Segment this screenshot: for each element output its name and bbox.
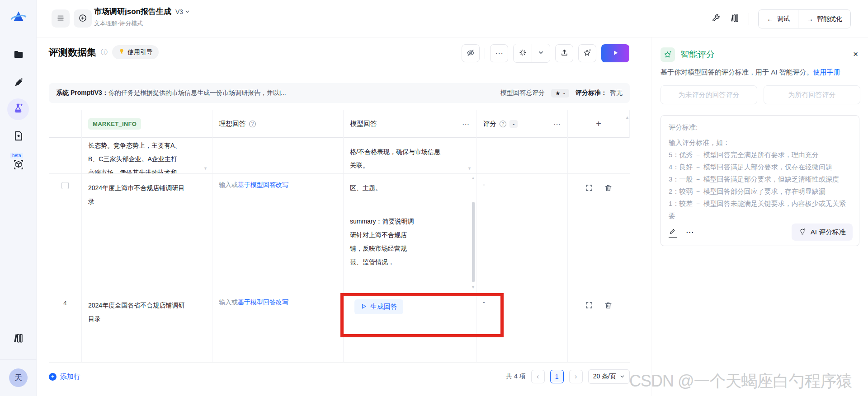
market-info-cell[interactable]: 长态势。竞争态势上，主要有A、 B、C三家头部企业。A企业主打 高端市场，凭借其… xyxy=(82,138,212,173)
next-page-button[interactable]: › xyxy=(569,370,583,383)
ideal-answer-cell[interactable] xyxy=(212,138,344,173)
hide-columns-button[interactable] xyxy=(462,44,480,62)
batch-generate-button[interactable] xyxy=(514,44,532,62)
current-page-button[interactable]: 1 xyxy=(550,370,564,383)
model-answer-line: summary：简要说明调 xyxy=(350,214,429,228)
model-answer-cell[interactable]: 区、主题。 summary：简要说明调 研针对上海不合规店 铺，反映市场经营规 … xyxy=(344,174,476,291)
table-row-4[interactable]: 4 2024年度全国各省不合规店铺调研目录 输入或基于模型回答改写 生成回答 - xyxy=(49,291,630,363)
main-content: 评测数据集 ⓘ 使用引导 ⋯ xyxy=(37,37,651,396)
score-cell[interactable]: - xyxy=(476,174,568,291)
collapse-icon[interactable]: ▼ xyxy=(467,166,472,171)
app-logo[interactable] xyxy=(9,8,28,27)
run-evaluation-button[interactable] xyxy=(601,44,629,62)
manual-link[interactable]: 使用手册 xyxy=(813,68,840,76)
table-scroll-up-icon[interactable]: ▲ xyxy=(625,115,629,120)
model-answer-cell[interactable]: 生成回答 xyxy=(344,291,476,362)
header-score-cell: 评分 ? - ⋯ xyxy=(476,110,568,138)
version-label: V3 xyxy=(175,8,183,15)
model-answer-cell[interactable]: 格/不合格表现，确保与市场信息 关联。 ▼ xyxy=(344,138,476,173)
collapse-icon[interactable]: ▼ xyxy=(203,166,208,171)
sidebar-item-templates[interactable] xyxy=(0,130,37,143)
docs-button[interactable] xyxy=(730,13,740,24)
total-score-badge[interactable]: ★ - xyxy=(551,89,569,98)
close-panel-button[interactable]: × xyxy=(853,49,858,59)
more-actions-button[interactable]: ⋯ xyxy=(490,44,508,62)
new-item-button[interactable] xyxy=(74,9,92,28)
play-icon xyxy=(611,48,620,59)
dataset-toolbar: ⋯ xyxy=(462,44,629,63)
sidebar-item-sandbox[interactable] xyxy=(0,159,37,172)
user-avatar[interactable]: 天 xyxy=(9,368,28,387)
add-column-button[interactable]: + xyxy=(574,119,623,129)
score-column-menu-button[interactable]: ⋯ xyxy=(553,120,561,128)
total-count: 共 4 项 xyxy=(506,373,526,381)
cell-scroll-up-icon[interactable]: ▲ xyxy=(471,176,475,180)
batch-generate-dropdown[interactable] xyxy=(532,44,550,62)
criteria-line: 4：良好 － 模型回答满足大部分要求，仅存在轻微问题 xyxy=(669,161,851,173)
smart-score-panel: 智能评分 × 基于你对模型回答的评分标准，用于 AI 智能评分。使用手册 为未评… xyxy=(651,37,868,396)
criteria-value: 暂无 xyxy=(610,89,623,97)
sidebar-item-evaluation-active[interactable] xyxy=(7,98,29,120)
plus-circle-icon xyxy=(78,14,87,24)
add-row-button[interactable]: + 添加行 xyxy=(49,373,80,381)
criteria-line: 5：优秀 － 模型回答完全满足所有要求，理由充分 xyxy=(669,149,851,161)
criteria-more-button[interactable]: ⋯ xyxy=(686,228,694,237)
sidebar-item-library[interactable] xyxy=(0,332,37,345)
criteria-line: 1：较差 － 模型回答未能满足关键要求，内容极少或无关紧要 xyxy=(669,197,851,222)
score-cell[interactable]: - xyxy=(476,291,568,362)
generate-answer-button[interactable]: 生成回答 xyxy=(354,299,403,314)
ai-criteria-button[interactable]: AI 评分标准 xyxy=(792,224,853,241)
sidebar-item-prompt-tools[interactable] xyxy=(0,77,37,90)
generate-answer-label: 生成回答 xyxy=(370,303,397,311)
score-cell[interactable] xyxy=(476,138,568,173)
ideal-answer-cell[interactable]: 输入或基于模型回答改写 xyxy=(212,174,344,291)
table-row-partial[interactable]: 长态势。竞争态势上，主要有A、 B、C三家头部企业。A企业主打 高端市场，凭借其… xyxy=(49,138,630,174)
expand-icon xyxy=(585,184,593,194)
sidebar-item-projects[interactable] xyxy=(0,49,37,62)
evaluation-table: MARKET_INFO 理想回答 ? 模型回答 ⋯ 评分 ? - ⋯ + xyxy=(49,110,630,363)
score-unscored-button[interactable]: 为未评分的回答评分 xyxy=(660,85,757,104)
score-all-button[interactable]: 为所有回答评分 xyxy=(764,85,860,104)
market-info-cell[interactable]: 2024年度全国各省不合规店铺调研目录 xyxy=(82,291,212,362)
delete-row-button[interactable] xyxy=(604,301,613,311)
upload-button[interactable] xyxy=(555,44,573,62)
optimize-button[interactable]: → 智能优化 xyxy=(798,10,850,28)
rewrite-from-model-link[interactable]: 基于模型回答改写 xyxy=(238,181,288,188)
market-info-text: 2024年度上海市不合规店铺调研目录 xyxy=(88,181,187,208)
pencil-icon xyxy=(669,227,677,237)
delete-row-button[interactable] xyxy=(604,184,613,194)
header-select-cell xyxy=(49,110,82,138)
bulb-sparkle-icon xyxy=(798,228,807,237)
prev-page-button[interactable]: ‹ xyxy=(531,370,545,383)
app-title: 市场调研json报告生成 xyxy=(94,6,171,17)
model-column-menu-button[interactable]: ⋯ xyxy=(462,120,470,128)
edit-criteria-button[interactable] xyxy=(669,227,677,238)
market-info-cell[interactable]: 2024年度上海市不合规店铺调研目录 xyxy=(82,174,212,291)
expand-row-button[interactable] xyxy=(585,184,593,194)
expand-icon xyxy=(585,301,593,311)
model-answer-line: 范、监管情况， xyxy=(350,255,429,269)
info-icon[interactable]: ⓘ xyxy=(101,48,108,56)
row-checkbox[interactable] xyxy=(61,182,69,189)
version-selector[interactable]: V3 xyxy=(175,8,190,15)
cell-scroll-down-icon[interactable]: ▼ xyxy=(471,285,475,289)
input-column-tag[interactable]: MARKET_INFO xyxy=(88,118,141,130)
rewrite-from-model-link[interactable]: 基于模型回答改写 xyxy=(238,298,288,306)
menu-button[interactable] xyxy=(52,9,70,28)
guide-badge[interactable]: 使用引导 xyxy=(112,45,159,59)
settings-button[interactable] xyxy=(711,13,721,24)
help-icon[interactable]: ? xyxy=(500,121,506,127)
books-icon xyxy=(13,332,24,345)
sidebar: beta 天 xyxy=(0,0,37,396)
model-answer-line: 铺，反映市场经营规 xyxy=(350,242,429,255)
favorite-button[interactable] xyxy=(578,44,596,62)
table-row-shanghai[interactable]: 2024年度上海市不合规店铺调研目录 输入或基于模型回答改写 区、主题。 sum… xyxy=(49,174,630,291)
criteria-box[interactable]: 评分标准: 输入评分标准，如： 5：优秀 － 模型回答完全满足所有要求，理由充分… xyxy=(660,115,859,246)
ideal-answer-cell[interactable]: 输入或基于模型回答改写 xyxy=(212,291,344,362)
debug-button[interactable]: ← 调试 xyxy=(759,10,798,28)
help-icon[interactable]: ? xyxy=(249,121,256,127)
expand-row-button[interactable] xyxy=(585,301,593,311)
page-size-select[interactable]: 20 条/页 xyxy=(588,369,630,384)
cell-scrollbar[interactable] xyxy=(472,202,475,282)
system-prompt-bar[interactable]: 系统 Prompt/V3： 你的任务是根据提供的市场信息生成一份市场调研报告，并… xyxy=(49,83,630,103)
